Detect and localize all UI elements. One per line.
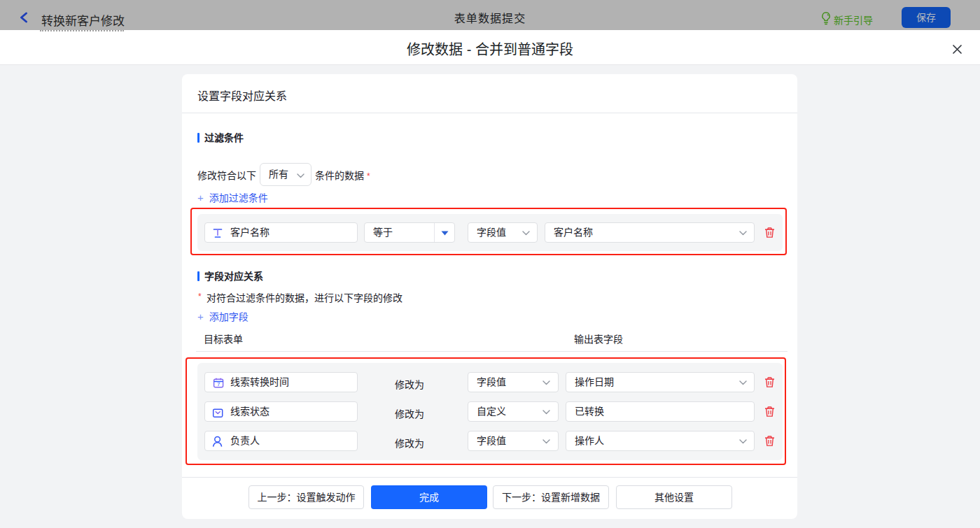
- svg-text:7: 7: [217, 381, 220, 387]
